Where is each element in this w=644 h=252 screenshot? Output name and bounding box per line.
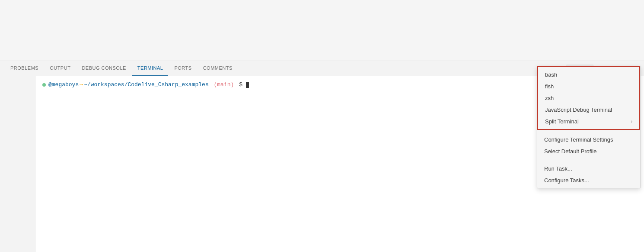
tab-terminal[interactable]: TERMINAL <box>132 61 169 76</box>
tab-output[interactable]: OUTPUT <box>45 61 76 76</box>
dropdown-divider-2 <box>537 160 640 160</box>
status-dot <box>42 83 46 87</box>
tab-comments[interactable]: COMMENTS <box>198 61 238 76</box>
dropdown-item-configure-terminal[interactable]: Configure Terminal Settings <box>537 134 640 145</box>
terminal-path: ~/workspaces/Codelive_Csharp_examples <box>84 81 209 90</box>
dropdown-zsh-label: zsh <box>545 95 554 101</box>
dropdown-bash-label: bash <box>545 71 557 78</box>
main-container: PROBLEMS OUTPUT DEBUG CONSOLE TERMINAL P… <box>0 0 644 252</box>
run-task-label: Run Task... <box>544 165 572 172</box>
terminal-cursor <box>246 82 249 88</box>
terminal-prompt: $ <box>236 81 245 90</box>
dropdown-item-bash[interactable]: bash <box>538 69 639 81</box>
dropdown-split-terminal-label: Split Terminal <box>545 118 579 125</box>
top-area <box>0 0 644 61</box>
tab-problems[interactable]: PROBLEMS <box>5 61 44 76</box>
dropdown-item-js-debug[interactable]: JavaScript Debug Terminal <box>538 104 639 116</box>
dropdown-item-zsh[interactable]: zsh <box>538 92 639 104</box>
dropdown-js-debug-label: JavaScript Debug Terminal <box>545 107 612 113</box>
dropdown-item-configure-tasks[interactable]: Configure Tasks... <box>537 174 640 186</box>
configure-tasks-label: Configure Tasks... <box>544 177 589 184</box>
dropdown-settings-section: Configure Terminal Settings Select Defau… <box>537 132 640 159</box>
tab-debug-console[interactable]: DEBUG CONSOLE <box>77 61 131 76</box>
dropdown-item-fish[interactable]: fish <box>538 81 639 92</box>
terminal-user: @megaboys <box>48 81 79 90</box>
dropdown-item-select-default-profile[interactable]: Select Default Profile <box>537 145 640 157</box>
dropdown-item-run-task[interactable]: Run Task... <box>537 163 640 174</box>
dropdown-tasks-section: Run Task... Configure Tasks... <box>537 161 640 188</box>
dropdown-divider-1 <box>537 131 640 131</box>
terminal-arrow: → <box>80 81 83 90</box>
chevron-right-icon: › <box>631 119 632 124</box>
dropdown-menu: bash fish zsh JavaScript Debug Terminal … <box>537 66 641 188</box>
left-sidebar <box>0 76 35 252</box>
dropdown-item-split-terminal[interactable]: Split Terminal › <box>538 116 639 127</box>
select-default-profile-label: Select Default Profile <box>544 148 596 155</box>
configure-terminal-label: Configure Terminal Settings <box>544 136 613 143</box>
dropdown-highlighted-section: bash fish zsh JavaScript Debug Terminal … <box>537 66 640 130</box>
terminal-branch: (main) <box>214 81 234 90</box>
dropdown-fish-label: fish <box>545 83 554 90</box>
tab-ports[interactable]: PORTS <box>169 61 197 76</box>
